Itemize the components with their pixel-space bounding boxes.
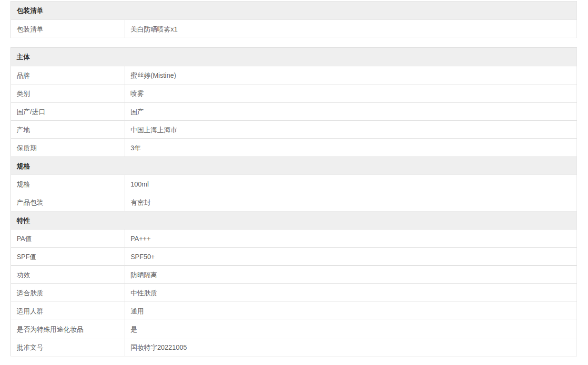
spec-row: 国产/进口 国产 bbox=[11, 102, 577, 120]
spec-label: 适用人群 bbox=[11, 302, 124, 320]
spec-row: 适合肤质 中性肤质 bbox=[11, 283, 577, 302]
spec-label: 产地 bbox=[11, 121, 124, 138]
spec-value: 通用 bbox=[124, 302, 577, 320]
spec-value: PA+++ bbox=[124, 229, 577, 247]
spec-row: 功效 防晒隔离 bbox=[11, 265, 577, 283]
section-title: 主体 bbox=[17, 53, 30, 61]
spec-value: 蜜丝婷(Mistine) bbox=[124, 66, 577, 84]
spec-label: 品牌 bbox=[11, 66, 124, 84]
spec-label: 功效 bbox=[11, 266, 124, 283]
spec-label: SPF值 bbox=[11, 248, 124, 265]
spec-label: 适合肤质 bbox=[11, 284, 124, 302]
spec-row: 品牌 蜜丝婷(Mistine) bbox=[11, 66, 577, 84]
section-title: 特性 bbox=[17, 217, 30, 224]
spec-label: 包装清单 bbox=[11, 20, 124, 38]
spec-value: 3年 bbox=[124, 139, 577, 156]
spec-value: 中国上海上海市 bbox=[124, 121, 577, 138]
product-spec-page: 包装清单 包装清单 美白防晒喷雾x1 主体 品牌 蜜丝婷(Mistine) 类别… bbox=[0, 0, 588, 365]
section-title: 包装清单 bbox=[17, 7, 43, 14]
spec-label: PA值 bbox=[11, 229, 124, 247]
spec-value: 国妆特字20221005 bbox=[124, 338, 577, 356]
spec-label: 保质期 bbox=[11, 139, 124, 156]
spec-row: 产品包装 有密封 bbox=[11, 193, 577, 211]
section-header: 特性 bbox=[11, 211, 577, 229]
spec-value: 国产 bbox=[124, 103, 577, 120]
spec-row: 适用人群 通用 bbox=[11, 302, 577, 320]
spec-row: SPF值 SPF50+ bbox=[11, 247, 577, 265]
spec-row: 包装清单 美白防晒喷雾x1 bbox=[11, 20, 577, 38]
spec-value: 中性肤质 bbox=[124, 284, 577, 302]
spec-row: 产地 中国上海上海市 bbox=[11, 120, 577, 138]
spec-value: 喷雾 bbox=[124, 84, 577, 102]
section-header: 主体 bbox=[11, 48, 577, 66]
spec-value: 有密封 bbox=[124, 193, 577, 211]
spec-label: 规格 bbox=[11, 175, 124, 193]
packing-list-table: 包装清单 包装清单 美白防晒喷雾x1 bbox=[10, 1, 577, 38]
section-header: 包装清单 bbox=[11, 1, 577, 20]
spec-row: 是否为特殊用途化妆品 是 bbox=[11, 320, 577, 338]
spec-row: 批准文号 国妆特字20221005 bbox=[11, 338, 577, 356]
spec-label: 国产/进口 bbox=[11, 103, 124, 120]
spec-label: 产品包装 bbox=[11, 193, 124, 211]
spec-value: SPF50+ bbox=[124, 248, 577, 265]
spec-value: 美白防晒喷雾x1 bbox=[124, 20, 577, 38]
spec-row: PA值 PA+++ bbox=[11, 229, 577, 247]
product-attributes-table: 主体 品牌 蜜丝婷(Mistine) 类别 喷雾 国产/进口 国产 产地 中国上… bbox=[10, 47, 577, 356]
spec-value: 100ml bbox=[124, 175, 577, 193]
spec-row: 规格 100ml bbox=[11, 175, 577, 193]
section-title: 规格 bbox=[17, 162, 30, 170]
spec-tables: 包装清单 包装清单 美白防晒喷雾x1 主体 品牌 蜜丝婷(Mistine) 类别… bbox=[10, 1, 577, 356]
spec-row: 保质期 3年 bbox=[11, 138, 577, 156]
spec-label: 批准文号 bbox=[11, 338, 124, 356]
spec-row: 类别 喷雾 bbox=[11, 84, 577, 102]
spec-value: 防晒隔离 bbox=[124, 266, 577, 283]
spec-label: 是否为特殊用途化妆品 bbox=[11, 320, 124, 338]
spec-label: 类别 bbox=[11, 84, 124, 102]
section-header: 规格 bbox=[11, 156, 577, 175]
spec-value: 是 bbox=[124, 320, 577, 338]
